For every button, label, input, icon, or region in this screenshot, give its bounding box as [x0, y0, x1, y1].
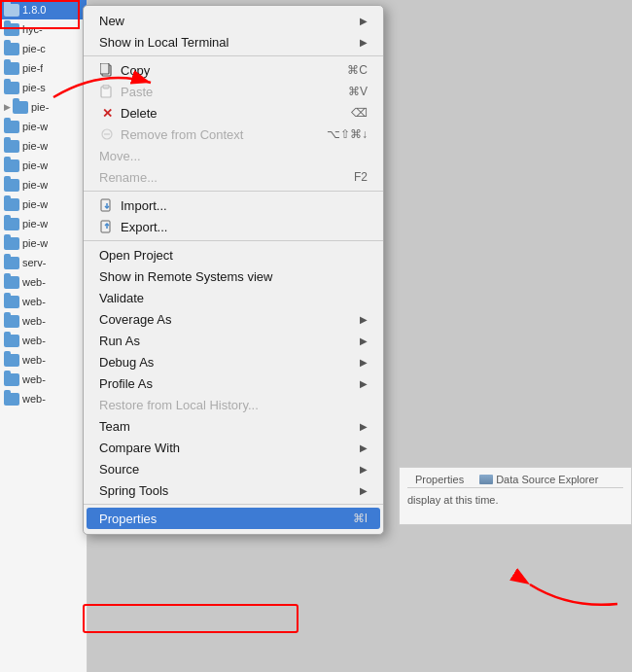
tab-properties[interactable]: Properties	[407, 472, 472, 487]
folder-icon	[4, 179, 19, 192]
paste-shortcut: ⌘V	[348, 85, 368, 98]
menu-item-show-remote[interactable]: Show in Remote Systems view	[84, 265, 383, 287]
menu-item-open-project[interactable]: Open Project	[84, 244, 383, 265]
folder-icon	[4, 335, 19, 347]
menu-item-spring-tools[interactable]: Spring Tools ▶	[84, 479, 383, 501]
tab-datasource-label: Data Source Explorer	[496, 474, 598, 485]
sidebar-item-0[interactable]: 1.8.0	[0, 0, 87, 19]
menu-item-coverage-as[interactable]: Coverage As ▶	[84, 308, 383, 330]
show-remote-label: Show in Remote Systems view	[99, 269, 272, 284]
menu-item-new[interactable]: New ▶	[84, 10, 383, 31]
sidebar-label: pie-w	[22, 121, 48, 132]
menu-item-profile-as[interactable]: Profile As ▶	[84, 372, 383, 394]
sidebar-item-7[interactable]: pie-w	[0, 136, 87, 156]
restore-label: Restore from Local History...	[99, 398, 259, 412]
sidebar-item-14[interactable]: web-	[0, 272, 87, 292]
svg-rect-6	[101, 199, 110, 211]
sidebar-label: pie-w	[22, 218, 48, 230]
sidebar-label: 1.8.0	[22, 4, 46, 16]
delete-shortcut: ⌫	[351, 106, 368, 120]
separator-1	[84, 55, 383, 56]
folder-icon	[4, 218, 19, 230]
run-as-label: Run As	[99, 334, 140, 348]
sidebar-item-12[interactable]: pie-w	[0, 233, 87, 253]
svg-rect-8	[101, 221, 110, 232]
properties-panel: Properties Data Source Explorer display …	[399, 467, 632, 525]
coverage-as-label: Coverage As	[99, 312, 171, 327]
menu-item-debug-as[interactable]: Debug As ▶	[84, 351, 383, 372]
sidebar-item-18[interactable]: web-	[0, 350, 87, 370]
datasource-icon	[479, 475, 493, 484]
sidebar-label: web-	[22, 276, 46, 288]
menu-item-import[interactable]: Import...	[84, 195, 383, 216]
export-left: Export...	[99, 219, 167, 234]
submenu-arrow: ▶	[360, 314, 368, 325]
folder-icon	[4, 23, 19, 36]
sidebar-item-11[interactable]: pie-w	[0, 214, 87, 233]
submenu-arrow: ▶	[360, 357, 368, 368]
properties-label: Properties	[99, 512, 157, 526]
folder-icon	[4, 159, 19, 172]
remove-context-left: Remove from Context	[99, 126, 243, 142]
sidebar-label: web-	[22, 373, 46, 385]
folder-icon	[4, 4, 19, 17]
delete-icon: ✕	[99, 105, 115, 121]
sidebar-item-20[interactable]: web-	[0, 389, 87, 408]
move-label: Move...	[99, 149, 141, 163]
folder-icon	[4, 315, 19, 328]
profile-as-label: Profile As	[99, 376, 153, 391]
red-arrow-properties	[501, 550, 627, 619]
submenu-arrow: ▶	[360, 421, 368, 432]
sidebar-label: pie-w	[22, 140, 48, 152]
sidebar-item-13[interactable]: serv-	[0, 253, 87, 272]
sidebar-item-6[interactable]: pie-w	[0, 117, 87, 136]
sidebar-label: pie-c	[22, 43, 46, 54]
properties-text: display at this time.	[407, 494, 499, 506]
sidebar-item-2[interactable]: pie-c	[0, 39, 87, 58]
sidebar-item-15[interactable]: web-	[0, 292, 87, 311]
sidebar-item-10[interactable]: pie-w	[0, 195, 87, 214]
sidebar-label: pie-w	[22, 198, 48, 210]
menu-item-export[interactable]: Export...	[84, 216, 383, 237]
sidebar-item-1[interactable]: hyc-	[0, 19, 87, 39]
red-arrow-copy	[44, 58, 160, 107]
submenu-arrow: ▶	[360, 378, 368, 389]
menu-item-validate[interactable]: Validate	[84, 287, 383, 308]
rename-shortcut: F2	[354, 170, 368, 184]
sidebar-label: web-	[22, 296, 46, 307]
sidebar-label: pie-w	[22, 179, 48, 191]
sidebar-label: pie-w	[22, 237, 48, 249]
folder-icon	[4, 257, 19, 269]
sidebar-item-8[interactable]: pie-w	[0, 156, 87, 175]
remove-icon	[99, 126, 115, 142]
properties-tabs: Properties Data Source Explorer	[407, 472, 623, 488]
open-project-label: Open Project	[99, 248, 173, 263]
menu-item-compare-with[interactable]: Compare With ▶	[84, 437, 383, 458]
menu-item-move[interactable]: Move...	[84, 145, 383, 166]
team-label: Team	[99, 419, 130, 434]
folder-icon	[4, 198, 19, 211]
sidebar-item-17[interactable]: web-	[0, 331, 87, 350]
menu-item-rename[interactable]: Rename... F2	[84, 166, 383, 188]
tab-datasource[interactable]: Data Source Explorer	[472, 472, 606, 487]
import-icon	[99, 197, 115, 213]
sidebar-label: web-	[22, 393, 46, 405]
menu-item-remove-context[interactable]: Remove from Context ⌥⇧⌘↓	[84, 124, 383, 145]
sidebar-item-9[interactable]: pie-w	[0, 175, 87, 195]
folder-icon	[13, 101, 28, 114]
menu-item-team[interactable]: Team ▶	[84, 415, 383, 437]
menu-item-restore-local[interactable]: Restore from Local History...	[84, 394, 383, 415]
menu-item-source[interactable]: Source ▶	[84, 458, 383, 479]
folder-icon	[4, 296, 19, 308]
menu-item-run-as[interactable]: Run As ▶	[84, 330, 383, 351]
menu-item-properties[interactable]: Properties ⌘I	[87, 508, 380, 529]
remove-context-shortcut: ⌥⇧⌘↓	[327, 127, 368, 141]
delete-left: ✕ Delete	[99, 105, 158, 121]
sidebar-label: web-	[22, 315, 46, 327]
sidebar-item-19[interactable]: web-	[0, 370, 87, 389]
sidebar-item-16[interactable]: web-	[0, 311, 87, 331]
menu-item-show-terminal[interactable]: Show in Local Terminal ▶	[84, 31, 383, 53]
submenu-arrow: ▶	[360, 37, 368, 48]
red-box-annotation-bottom	[83, 604, 298, 633]
menu-item-label-new: New	[99, 14, 124, 28]
